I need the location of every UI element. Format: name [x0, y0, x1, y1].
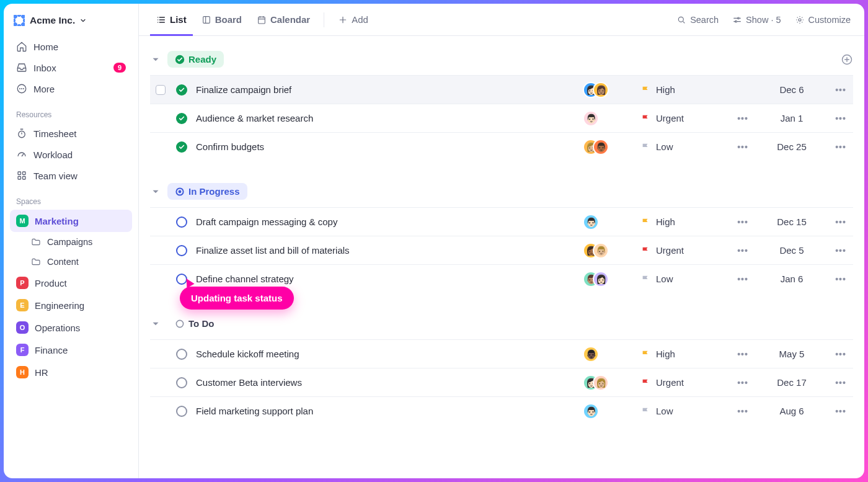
- due-date[interactable]: Aug 6: [764, 406, 820, 416]
- row-menu-button[interactable]: •••: [828, 114, 853, 123]
- due-date[interactable]: Jan 6: [764, 274, 820, 284]
- task-status-button[interactable]: [176, 245, 187, 256]
- show-button[interactable]: Show · 5: [730, 11, 783, 29]
- task-status-button[interactable]: [176, 349, 187, 360]
- task-row[interactable]: Define channel strategy 👨🏽👩🏻 Low ••• Jan…: [150, 264, 853, 293]
- row-extras-button[interactable]: •••: [730, 378, 755, 388]
- sidebar-item-label: Marketing: [35, 216, 79, 226]
- sidebar-item-more[interactable]: More: [10, 78, 132, 99]
- avatar[interactable]: 👩🏼: [593, 375, 609, 391]
- row-extras-button[interactable]: •••: [730, 217, 755, 227]
- sidebar-space-finance[interactable]: FFinance: [10, 339, 132, 361]
- search-button[interactable]: Search: [674, 11, 721, 29]
- view-tab-list[interactable]: List: [150, 4, 193, 36]
- svg-rect-5: [18, 172, 21, 175]
- collapse-toggle[interactable]: [150, 318, 161, 329]
- customize-button[interactable]: Customize: [792, 11, 854, 29]
- due-date[interactable]: Dec 6: [764, 84, 820, 95]
- priority-cell[interactable]: High: [641, 84, 722, 95]
- due-date[interactable]: Jan 1: [764, 113, 820, 123]
- row-extras-button[interactable]: •••: [730, 246, 755, 256]
- due-date[interactable]: Dec 5: [764, 245, 820, 256]
- sidebar-item-home[interactable]: Home: [10, 36, 132, 57]
- priority-cell[interactable]: Urgent: [641, 377, 722, 388]
- sidebar-space-product[interactable]: PProduct: [10, 272, 132, 294]
- status-pill[interactable]: To Do: [167, 315, 221, 332]
- sidebar-item-workload[interactable]: Workload: [10, 144, 132, 165]
- avatar[interactable]: 👩🏽: [593, 82, 609, 98]
- app-logo-icon: [14, 15, 25, 26]
- customize-label: Customize: [808, 15, 851, 25]
- row-extras-button[interactable]: •••: [730, 142, 755, 152]
- row-extras-button[interactable]: •••: [730, 349, 755, 359]
- workspace-switcher[interactable]: Acme Inc.: [10, 12, 132, 36]
- sidebar-space-operations[interactable]: OOperations: [10, 316, 132, 339]
- task-status-button[interactable]: [176, 216, 187, 228]
- task-row[interactable]: Schedule kickoff meeting 👨🏿 High ••• May…: [150, 339, 853, 368]
- sidebar-space-hr[interactable]: HHR: [10, 361, 132, 383]
- sidebar-space-child-campaigns[interactable]: Campaigns: [10, 232, 132, 252]
- group-header-todo: To Do: [150, 309, 853, 339]
- task-status-button[interactable]: [176, 406, 187, 417]
- task-status-button[interactable]: [176, 84, 187, 96]
- task-row[interactable]: Finalize campaign brief 👩🏻👩🏽 High Dec 6 …: [150, 75, 853, 104]
- priority-cell[interactable]: Urgent: [641, 113, 722, 123]
- row-menu-button[interactable]: •••: [828, 246, 853, 256]
- sidebar-item-inbox[interactable]: Inbox 9: [10, 57, 132, 78]
- main-pane: List Board Calendar Add Search: [139, 4, 864, 478]
- row-extras-button[interactable]: •••: [730, 406, 755, 416]
- sidebar-space-child-content[interactable]: Content: [10, 252, 132, 272]
- due-date[interactable]: May 5: [764, 349, 820, 359]
- due-date[interactable]: Dec 17: [764, 377, 820, 388]
- collapse-toggle[interactable]: [150, 186, 161, 197]
- avatar[interactable]: 👨🏼: [593, 243, 609, 259]
- sidebar-item-teamview[interactable]: Team view: [10, 165, 132, 186]
- priority-cell[interactable]: Low: [641, 406, 722, 416]
- check-circle-icon: [175, 55, 185, 65]
- add-task-button[interactable]: [841, 53, 853, 66]
- priority-cell[interactable]: High: [641, 349, 722, 359]
- due-date[interactable]: Dec 15: [764, 216, 820, 227]
- view-tab-board[interactable]: Board: [195, 4, 248, 36]
- task-row[interactable]: Confirm budgets 👩🏼👨🏾 Low ••• Dec 25 •••: [150, 132, 853, 161]
- task-status-button[interactable]: [176, 141, 187, 153]
- task-title: Confirm budgets: [196, 141, 574, 152]
- collapse-toggle[interactable]: [150, 54, 161, 65]
- more-icon: [16, 83, 27, 94]
- row-extras-button[interactable]: •••: [730, 274, 755, 284]
- sidebar-item-timesheet[interactable]: Timesheet: [10, 123, 132, 144]
- row-extras-button[interactable]: •••: [730, 114, 755, 123]
- status-pill[interactable]: In Progress: [167, 183, 247, 200]
- row-menu-button[interactable]: •••: [828, 349, 853, 359]
- avatar[interactable]: 👨🏿: [583, 346, 599, 362]
- row-menu-button[interactable]: •••: [828, 274, 853, 284]
- priority-cell[interactable]: Low: [641, 274, 722, 284]
- row-menu-button[interactable]: •••: [828, 406, 853, 416]
- row-menu-button[interactable]: •••: [828, 217, 853, 227]
- row-menu-button[interactable]: •••: [828, 142, 853, 152]
- avatar[interactable]: 👨🏻: [583, 214, 599, 230]
- avatar[interactable]: 👨🏻: [583, 403, 599, 419]
- priority-cell[interactable]: Low: [641, 141, 722, 152]
- status-pill[interactable]: Ready: [167, 51, 224, 68]
- row-menu-button[interactable]: •••: [828, 85, 853, 95]
- select-checkbox[interactable]: [156, 85, 166, 95]
- view-tab-calendar[interactable]: Calendar: [250, 4, 316, 36]
- task-row[interactable]: Audience & market research 👨🏻 Urgent •••…: [150, 104, 853, 132]
- sidebar-space-engineering[interactable]: EEngineering: [10, 294, 132, 316]
- due-date[interactable]: Dec 25: [764, 141, 820, 152]
- avatar[interactable]: 👨🏻: [583, 110, 599, 127]
- avatar[interactable]: 👩🏻: [593, 271, 609, 287]
- priority-cell[interactable]: High: [641, 216, 722, 227]
- task-row[interactable]: Draft campaign messaging & copy 👨🏻 High …: [150, 207, 853, 236]
- row-menu-button[interactable]: •••: [828, 378, 853, 388]
- task-status-button[interactable]: [176, 113, 187, 124]
- task-row[interactable]: Customer Beta interviews 👩🏻👩🏼 Urgent •••…: [150, 368, 853, 396]
- task-status-button[interactable]: [176, 377, 187, 388]
- priority-cell[interactable]: Urgent: [641, 245, 722, 256]
- avatar[interactable]: 👨🏾: [593, 139, 609, 155]
- task-row[interactable]: Field marketing support plan 👨🏻 Low ••• …: [150, 396, 853, 425]
- sidebar-space-marketing[interactable]: MMarketing: [10, 210, 132, 232]
- task-row[interactable]: Finalize asset list and bill of material…: [150, 236, 853, 264]
- add-view-button[interactable]: Add: [332, 4, 374, 36]
